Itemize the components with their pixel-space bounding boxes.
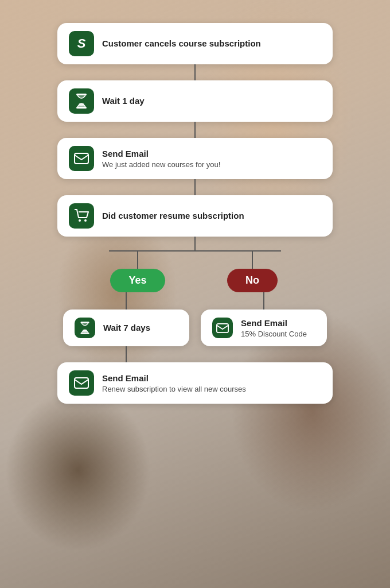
svg-rect-0	[76, 94, 87, 95]
svg-rect-6	[81, 322, 89, 323]
connector-3	[194, 179, 196, 195]
cart-icon	[69, 203, 94, 229]
yes-path: Wait 7 days	[57, 292, 195, 362]
yes-col: Yes	[80, 252, 195, 292]
email2-node: Send Email 15% Discount Code	[201, 310, 327, 346]
start-text: Customer cancels course subscription	[102, 38, 261, 49]
yes-vert-line	[137, 252, 138, 269]
envelope-svg-3	[74, 377, 89, 389]
email2-text: Send Email 15% Discount Code	[241, 318, 307, 338]
start-node: S Customer cancels course subscription	[57, 23, 333, 64]
wait1-text: Wait 1 day	[102, 96, 145, 106]
email1-subtitle: We just added new courses for you!	[102, 160, 220, 169]
no-path: Send Email 15% Discount Code	[195, 292, 333, 346]
no-conn-line	[263, 292, 264, 310]
condition-text: Did customer resume subscription	[102, 211, 244, 221]
svg-point-8	[83, 330, 87, 332]
email-icon-2	[212, 318, 233, 338]
svg-rect-3	[75, 153, 88, 164]
start-icon: S	[69, 31, 94, 56]
svg-rect-9	[217, 323, 228, 332]
email1-text: Send Email We just added new courses for…	[102, 149, 220, 169]
email-icon-1	[69, 146, 94, 171]
email3-title: Send Email	[102, 373, 246, 384]
svg-rect-1	[76, 107, 87, 109]
cart-svg	[74, 209, 89, 223]
hourglass-icon-1	[69, 88, 94, 114]
condition-node: Did customer resume subscription	[57, 195, 333, 237]
email1-node: Send Email We just added new courses for…	[57, 138, 333, 179]
svg-rect-10	[75, 378, 88, 388]
no-vert-line	[252, 252, 253, 269]
condition-title: Did customer resume subscription	[102, 211, 244, 221]
hourglass-icon-2	[75, 318, 95, 338]
flowchart-container: S Customer cancels course subscription W…	[0, 0, 390, 427]
connector-1	[194, 64, 196, 80]
branch-area: Yes No	[57, 237, 333, 362]
yes-conn-2	[126, 346, 127, 362]
hourglass-svg-2	[79, 321, 91, 335]
wait1-title: Wait 1 day	[102, 96, 145, 106]
yes-conn-line	[126, 292, 127, 310]
email1-title: Send Email	[102, 149, 220, 159]
envelope-svg-2	[216, 323, 229, 333]
wait2-title: Wait 7 days	[103, 323, 150, 333]
svg-point-5	[84, 219, 87, 222]
yes-button[interactable]: Yes	[110, 269, 165, 292]
branch-vert-top	[194, 237, 196, 250]
branch-split-row: Yes No	[80, 252, 310, 292]
email3-subtitle: Renew subscription to view all new cours…	[102, 385, 246, 393]
svg-rect-7	[81, 332, 89, 334]
wait2-text: Wait 7 days	[103, 323, 150, 333]
wait2-node: Wait 7 days	[63, 310, 189, 346]
email2-title: Send Email	[241, 318, 307, 328]
envelope-svg-1	[74, 153, 89, 164]
email3-text: Send Email Renew subscription to view al…	[102, 373, 246, 393]
no-col: No	[195, 252, 310, 292]
email3-node: Send Email Renew subscription to view al…	[57, 362, 333, 404]
hourglass-svg-1	[75, 93, 88, 109]
svg-point-4	[79, 219, 81, 222]
start-title: Customer cancels course subscription	[102, 38, 261, 49]
no-button[interactable]: No	[227, 269, 278, 292]
wait1-node: Wait 1 day	[57, 80, 333, 122]
email-icon-3	[69, 370, 94, 396]
branch-bottom: Wait 7 days	[57, 292, 333, 362]
connector-2	[194, 122, 196, 138]
email2-subtitle: 15% Discount Code	[241, 330, 307, 338]
svg-point-2	[79, 103, 84, 106]
